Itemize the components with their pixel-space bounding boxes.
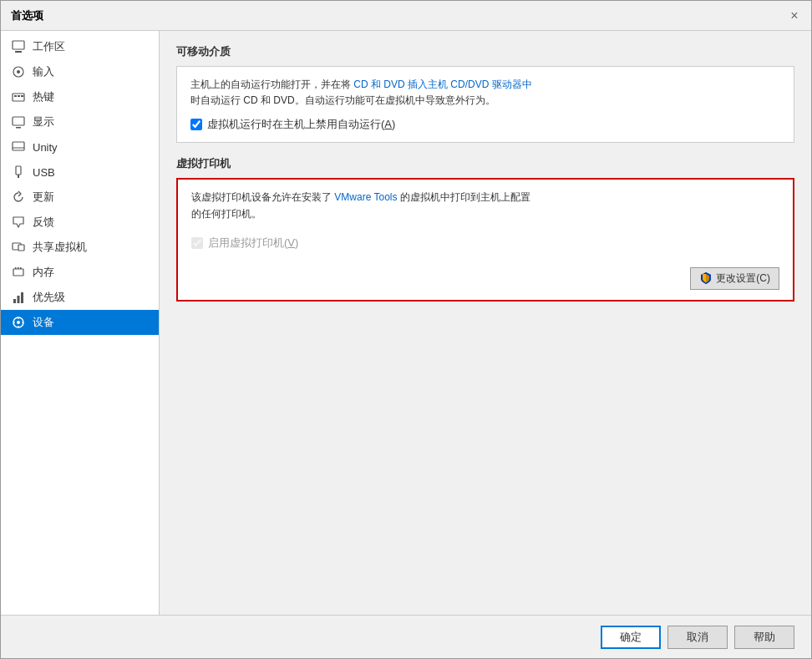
- unity-icon: [11, 139, 26, 155]
- sidebar-label-input: 输入: [33, 64, 54, 79]
- sidebar-item-device[interactable]: 设备: [1, 310, 159, 335]
- device-icon: [11, 315, 26, 330]
- svg-rect-8: [13, 117, 24, 125]
- sidebar: 工作区 输入 热键 显示: [1, 31, 160, 615]
- svg-rect-17: [15, 267, 17, 269]
- virtual-printer-title: 虚拟打印机: [176, 156, 794, 171]
- hotkey-icon: [11, 89, 26, 104]
- sidebar-label-update: 更新: [33, 190, 54, 205]
- removable-media-info: 主机上的自动运行功能打开，并在将 CD 和 DVD 插入主机 CD/DVD 驱动…: [190, 77, 780, 109]
- change-settings-area: 更改设置(C): [191, 259, 779, 290]
- sidebar-label-unity: Unity: [33, 141, 58, 154]
- autorun-checkbox[interactable]: [190, 119, 202, 130]
- sidebar-item-display[interactable]: 显示: [1, 109, 159, 134]
- svg-point-3: [17, 70, 20, 74]
- virtual-printer-checkbox[interactable]: [191, 237, 203, 249]
- sidebar-item-feedback[interactable]: 反馈: [1, 210, 159, 235]
- sidebar-label-memory: 内存: [33, 265, 54, 280]
- change-settings-label: 更改设置(C): [716, 271, 770, 286]
- input-icon: [11, 64, 26, 79]
- sidebar-item-shared-vm[interactable]: 共享虚拟机: [1, 235, 159, 260]
- svg-rect-19: [20, 267, 22, 269]
- virtual-printer-section: 该虚拟打印机设备允许在安装了 VMware Tools 的虚拟机中打印到主机上配…: [176, 178, 794, 301]
- svg-rect-22: [21, 292, 23, 303]
- svg-rect-6: [18, 95, 20, 97]
- sidebar-label-workspace: 工作区: [33, 39, 65, 54]
- svg-rect-12: [16, 166, 21, 175]
- sidebar-label-device: 设备: [33, 315, 54, 330]
- priority-icon: [11, 290, 26, 305]
- svg-rect-7: [21, 95, 23, 97]
- removable-media-section: 主机上的自动运行功能打开，并在将 CD 和 DVD 插入主机 CD/DVD 驱动…: [176, 66, 794, 143]
- svg-rect-18: [18, 267, 19, 269]
- sidebar-item-usb[interactable]: USB: [1, 160, 159, 185]
- memory-icon: [11, 265, 26, 280]
- sidebar-label-shared-vm: 共享虚拟机: [33, 240, 87, 255]
- workspace-icon: [11, 39, 26, 54]
- cancel-button[interactable]: 取消: [667, 626, 728, 649]
- svg-rect-4: [13, 94, 24, 101]
- content-area: 可移动介质 主机上的自动运行功能打开，并在将 CD 和 DVD 插入主机 CD/…: [160, 31, 811, 615]
- svg-rect-0: [13, 41, 24, 49]
- sidebar-label-usb: USB: [33, 166, 55, 179]
- autorun-checkbox-label: 虚拟机运行时在主机上禁用自动运行(A): [207, 117, 395, 132]
- removable-media-title: 可移动介质: [176, 44, 794, 59]
- sidebar-item-input[interactable]: 输入: [1, 59, 159, 84]
- svg-rect-1: [15, 51, 22, 53]
- feedback-icon: [11, 215, 26, 230]
- usb-icon: [11, 165, 26, 180]
- svg-rect-16: [13, 269, 23, 276]
- virtual-printer-checkbox-label: 启用虚拟打印机(V): [208, 236, 298, 251]
- svg-rect-13: [18, 175, 19, 178]
- sidebar-item-priority[interactable]: 优先级: [1, 285, 159, 310]
- svg-rect-15: [18, 245, 24, 251]
- dialog-body: 工作区 输入 热键 显示: [1, 31, 811, 615]
- sidebar-label-feedback: 反馈: [33, 215, 54, 230]
- sidebar-label-display: 显示: [33, 114, 54, 129]
- svg-rect-20: [13, 299, 16, 303]
- preferences-dialog: 首选项 × 工作区 输入: [0, 0, 812, 659]
- svg-rect-10: [13, 142, 24, 150]
- sidebar-item-hotkey[interactable]: 热键: [1, 84, 159, 109]
- title-bar: 首选项 ×: [1, 1, 811, 31]
- sidebar-item-unity[interactable]: Unity: [1, 134, 159, 160]
- removable-media-highlight: CD 和 DVD 插入主机 CD/DVD 驱动器中: [353, 79, 531, 90]
- dialog-footer: 确定 取消 帮助: [1, 615, 811, 658]
- close-button[interactable]: ×: [784, 6, 804, 26]
- ok-button[interactable]: 确定: [601, 626, 661, 649]
- shield-icon: [699, 271, 713, 285]
- sidebar-item-update[interactable]: 更新: [1, 185, 159, 210]
- sidebar-item-memory[interactable]: 内存: [1, 260, 159, 285]
- autorun-checkbox-row: 虚拟机运行时在主机上禁用自动运行(A): [190, 117, 780, 132]
- update-icon: [11, 190, 26, 205]
- svg-rect-9: [16, 127, 21, 129]
- svg-point-24: [17, 321, 20, 324]
- svg-rect-21: [18, 296, 20, 303]
- display-icon: [11, 114, 26, 129]
- virtual-printer-info: 该虚拟打印机设备允许在安装了 VMware Tools 的虚拟机中打印到主机上配…: [191, 190, 779, 221]
- help-button[interactable]: 帮助: [734, 626, 794, 649]
- shared-vm-icon: [11, 240, 26, 255]
- sidebar-label-priority: 优先级: [33, 290, 65, 305]
- sidebar-item-workspace[interactable]: 工作区: [1, 34, 159, 59]
- sidebar-label-hotkey: 热键: [33, 89, 54, 104]
- dialog-title: 首选项: [11, 8, 43, 23]
- change-settings-button[interactable]: 更改设置(C): [690, 267, 779, 290]
- virtual-printer-controls: 启用虚拟打印机(V) 更改设置(C): [191, 231, 779, 290]
- virtual-printer-checkbox-row: 启用虚拟打印机(V): [191, 236, 779, 251]
- svg-rect-5: [14, 95, 17, 97]
- vmware-tools-highlight: VMware Tools: [334, 191, 397, 203]
